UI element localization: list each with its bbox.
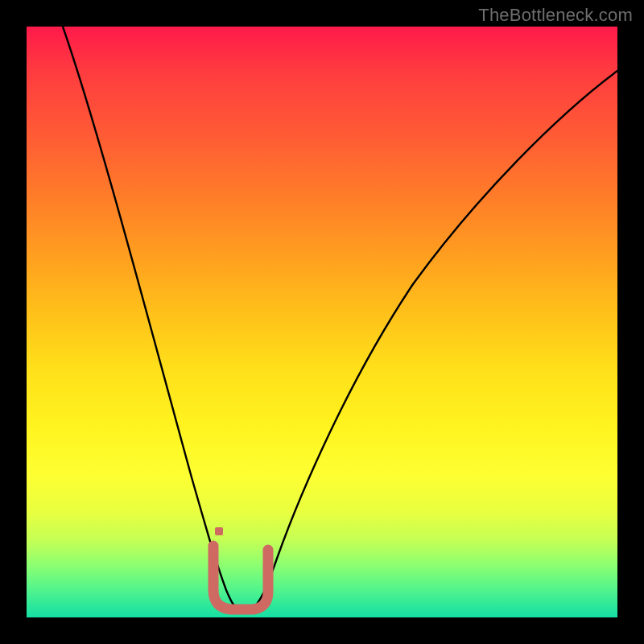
plot-area	[27, 27, 617, 617]
watermark-text: TheBottleneck.com	[478, 5, 633, 26]
bottleneck-curve	[63, 27, 617, 610]
valley-marker-dot-icon	[215, 527, 223, 535]
chart-frame: TheBottleneck.com	[0, 0, 644, 644]
curve-layer	[27, 27, 617, 617]
